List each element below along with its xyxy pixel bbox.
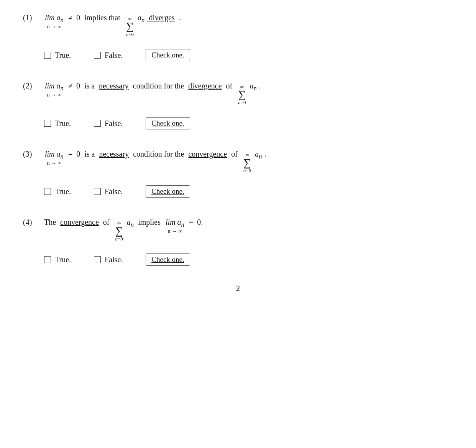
problem-3-statement: (3) lim an n → ∞ = 0 is a necessary cond… — [23, 148, 453, 173]
lim-expr-2: lim an n → ∞ — [45, 82, 64, 98]
problem-2-number: (2) — [23, 82, 44, 90]
problem-3-answers: True. False. Check one. — [44, 185, 453, 198]
problem-2-text: lim an n → ∞ ≠ 0 is a necessary conditio… — [44, 80, 261, 105]
check-one-1[interactable]: Check one. — [146, 49, 190, 61]
lim-expr-1: lim an n → ∞ — [45, 13, 64, 30]
false-label-1: False. — [105, 51, 123, 60]
problem-3-text: lim an n → ∞ = 0 is a necessary conditio… — [44, 148, 266, 173]
true-label-2: True. — [55, 119, 71, 128]
true-checkbox-3[interactable] — [44, 188, 51, 195]
check-one-label-4: Check one. — [151, 255, 184, 263]
false-checkbox-2[interactable] — [94, 120, 101, 127]
divergence-2: divergence — [188, 80, 222, 92]
lim-expr-3: lim an n → ∞ — [45, 150, 64, 166]
problem-2-statement: (2) lim an n → ∞ ≠ 0 is a necessary cond… — [23, 80, 453, 105]
true-checkbox-2[interactable] — [44, 120, 51, 127]
sum-expr-3: ∞ ∑ n=0 — [243, 152, 251, 173]
check-one-label-2: Check one. — [151, 119, 184, 127]
an-3: an — [255, 148, 262, 162]
problem-1-answers: True. False. Check one. — [44, 49, 453, 61]
true-checkbox-1[interactable] — [44, 52, 51, 59]
problem-2: (2) lim an n → ∞ ≠ 0 is a necessary cond… — [23, 80, 453, 129]
necessary-2: necessary — [99, 80, 129, 92]
necessary-3: necessary — [99, 148, 129, 160]
zero-4: 0. — [197, 216, 203, 228]
convergence-4: convergence — [60, 216, 99, 228]
check-one-label-3: Check one. — [151, 187, 184, 195]
false-option-4: False. — [94, 255, 123, 264]
neq-symbol-2: ≠ — [68, 80, 72, 92]
eq-symbol-3: = — [68, 148, 72, 160]
problem-4-statement: (4) The convergence of ∞ ∑ n=0 an implie… — [23, 216, 453, 241]
check-one-label-1: Check one. — [151, 51, 184, 59]
problem-3-number: (3) — [23, 150, 44, 159]
lim-expr-4: lim an n → ∞ — [166, 218, 184, 234]
problem-1-statement: (1) lim an n → ∞ ≠ 0 implies that ∞ ∑ n=… — [23, 11, 453, 37]
problem-1-number: (1) — [23, 13, 44, 22]
diverges-text: diverges — [147, 11, 174, 24]
convergence-3: convergence — [188, 148, 227, 160]
problem-1-text: lim an n → ∞ ≠ 0 implies that ∞ ∑ n=0 an… — [44, 11, 181, 37]
eq-symbol-4: = — [189, 216, 193, 228]
zero-3: 0 — [76, 148, 80, 160]
false-checkbox-3[interactable] — [94, 188, 101, 195]
false-label-4: False. — [105, 255, 123, 264]
true-option-4: True. — [44, 255, 71, 264]
problem-4: (4) The convergence of ∞ ∑ n=0 an implie… — [23, 216, 453, 266]
true-checkbox-4[interactable] — [44, 256, 51, 263]
zero-1: 0 — [76, 11, 80, 24]
false-option-3: False. — [94, 187, 123, 196]
true-label-1: True. — [55, 51, 71, 60]
true-option-1: True. — [44, 51, 71, 60]
true-label-3: True. — [55, 187, 71, 196]
problem-4-text: The convergence of ∞ ∑ n=0 an implies li… — [44, 216, 203, 241]
false-label-3: False. — [105, 187, 123, 196]
problem-4-number: (4) — [23, 218, 44, 227]
sum-expr-4: ∞ ∑ n=0 — [115, 221, 123, 241]
false-option-1: False. — [94, 51, 123, 60]
an-1: an — [138, 11, 144, 26]
zero-2: 0 — [76, 80, 80, 92]
page-number: 2 — [23, 284, 453, 293]
problem-1: (1) lim an n → ∞ ≠ 0 implies that ∞ ∑ n=… — [23, 11, 453, 61]
sum-expr-2: ∞ ∑ n=0 — [238, 84, 246, 105]
an-4: an — [127, 216, 134, 230]
check-one-4[interactable]: Check one. — [146, 253, 190, 266]
problem-2-answers: True. False. Check one. — [44, 117, 453, 129]
an-2: an — [250, 80, 257, 94]
false-option-2: False. — [94, 119, 123, 128]
implies-that-text: implies that — [82, 11, 122, 24]
neq-symbol-1: ≠ — [68, 11, 72, 24]
problem-4-answers: True. False. Check one. — [44, 253, 453, 266]
true-option-3: True. — [44, 187, 71, 196]
sum-expr-1: ∞ ∑ n=0 — [126, 16, 134, 37]
false-label-2: False. — [105, 119, 123, 128]
false-checkbox-4[interactable] — [94, 256, 101, 263]
check-one-2[interactable]: Check one. — [146, 117, 190, 129]
check-one-3[interactable]: Check one. — [146, 185, 190, 198]
true-label-4: True. — [55, 255, 71, 264]
false-checkbox-1[interactable] — [94, 52, 101, 59]
true-option-2: True. — [44, 119, 71, 128]
problem-3: (3) lim an n → ∞ = 0 is a necessary cond… — [23, 148, 453, 198]
